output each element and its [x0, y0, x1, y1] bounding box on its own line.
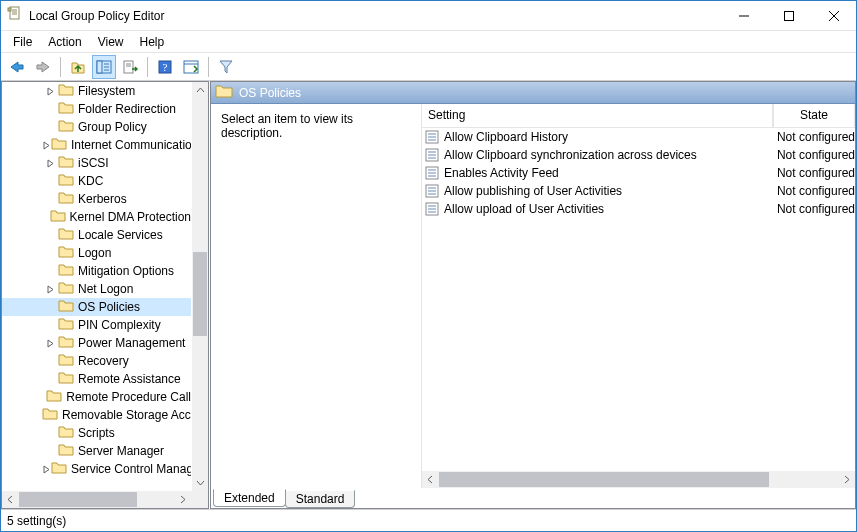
titlebar[interactable]: Local Group Policy Editor — [1, 1, 856, 31]
tree-item-label: Scripts — [78, 426, 115, 440]
window-title: Local Group Policy Editor — [29, 9, 164, 23]
scroll-left-button[interactable] — [422, 471, 439, 488]
chevron-right-icon[interactable] — [42, 339, 58, 348]
description-prompt: Select an item to view its description. — [221, 112, 353, 140]
svg-rect-4 — [8, 8, 11, 11]
folder-icon — [58, 227, 74, 243]
tree-item[interactable]: Filesystem — [2, 82, 191, 100]
tree-item[interactable]: Kernel DMA Protection — [2, 208, 191, 226]
list-row[interactable]: Enables Activity FeedNot configured — [422, 164, 855, 182]
list-row[interactable]: Allow publishing of User ActivitiesNot c… — [422, 182, 855, 200]
tree-item-label: Kerberos — [78, 192, 127, 206]
setting-name: Allow upload of User Activities — [444, 202, 604, 216]
scroll-up-button[interactable] — [192, 82, 208, 99]
policy-setting-icon — [424, 129, 440, 145]
folder-icon — [58, 245, 74, 261]
up-level-button[interactable] — [66, 55, 90, 79]
tree-item-label: Mitigation Options — [78, 264, 174, 278]
column-header-setting[interactable]: Setting — [422, 104, 773, 127]
chevron-right-icon[interactable] — [42, 87, 58, 96]
help-button[interactable]: ? — [153, 55, 177, 79]
filter-button[interactable] — [214, 55, 238, 79]
tree-item[interactable]: Logon — [2, 244, 191, 262]
tree-item[interactable]: Kerberos — [2, 190, 191, 208]
tree-item[interactable]: Service Control Manager Settings — [2, 460, 191, 478]
description-area: Select an item to view its description. — [211, 104, 421, 488]
tab-extended[interactable]: Extended — [213, 489, 286, 507]
scroll-down-button[interactable] — [192, 474, 208, 491]
scroll-left-button[interactable] — [2, 491, 19, 508]
menu-action[interactable]: Action — [40, 33, 89, 51]
tree-item[interactable]: Folder Redirection — [2, 100, 191, 118]
tree-item[interactable]: Power Management — [2, 334, 191, 352]
folder-icon — [58, 155, 74, 171]
tree-item[interactable]: OS Policies — [2, 298, 191, 316]
export-list-button[interactable] — [118, 55, 142, 79]
details-pane: OS Policies Select an item to view its d… — [210, 81, 856, 509]
tree-item-label: Logon — [78, 246, 111, 260]
folder-icon — [58, 173, 74, 189]
show-hide-tree-button[interactable] — [92, 55, 116, 79]
menu-view[interactable]: View — [90, 33, 132, 51]
folder-icon — [58, 353, 74, 369]
scrollbar-thumb[interactable] — [439, 472, 769, 487]
properties-button[interactable] — [179, 55, 203, 79]
list-row[interactable]: Allow upload of User ActivitiesNot confi… — [422, 200, 855, 218]
tab-standard[interactable]: Standard — [285, 490, 356, 508]
folder-icon — [58, 263, 74, 279]
scroll-right-button[interactable] — [838, 471, 855, 488]
tree-item[interactable]: Internet Communication Management — [2, 136, 191, 154]
minimize-button[interactable] — [721, 1, 766, 30]
scrollbar-thumb[interactable] — [19, 492, 137, 507]
forward-button[interactable] — [31, 55, 55, 79]
toolbar-separator — [147, 57, 148, 77]
tree-item[interactable]: Net Logon — [2, 280, 191, 298]
tree-item[interactable]: PIN Complexity — [2, 316, 191, 334]
tree-item-label: KDC — [78, 174, 103, 188]
back-button[interactable] — [5, 55, 29, 79]
list-row[interactable]: Allow Clipboard synchronization across d… — [422, 146, 855, 164]
tree-horizontal-scrollbar[interactable] — [2, 491, 191, 508]
tree-item[interactable]: Server Manager — [2, 442, 191, 460]
tree-item[interactable]: Removable Storage Access — [2, 406, 191, 424]
svg-rect-6 — [784, 11, 793, 20]
folder-icon — [51, 137, 67, 153]
close-button[interactable] — [811, 1, 856, 30]
tree-item[interactable]: Remote Assistance — [2, 370, 191, 388]
tree-item[interactable]: Scripts — [2, 424, 191, 442]
tree-item[interactable]: Remote Procedure Call — [2, 388, 191, 406]
tree-item[interactable]: KDC — [2, 172, 191, 190]
column-header-state[interactable]: State — [773, 104, 855, 127]
tree-item[interactable]: Locale Services — [2, 226, 191, 244]
setting-state: Not configured — [771, 184, 855, 198]
menu-file[interactable]: File — [5, 33, 40, 51]
svg-rect-10 — [97, 61, 102, 73]
folder-icon — [58, 299, 74, 315]
maximize-button[interactable] — [766, 1, 811, 30]
tree-item[interactable]: Mitigation Options — [2, 262, 191, 280]
chevron-right-icon[interactable] — [42, 141, 51, 150]
tree-item[interactable]: Recovery — [2, 352, 191, 370]
statusbar: 5 setting(s) — [1, 509, 856, 531]
chevron-right-icon[interactable] — [42, 285, 58, 294]
tree[interactable]: FilesystemFolder RedirectionGroup Policy… — [2, 82, 191, 478]
scroll-right-button[interactable] — [174, 491, 191, 508]
chevron-right-icon[interactable] — [42, 465, 51, 474]
chevron-right-icon[interactable] — [42, 159, 58, 168]
tabs: Extended Standard — [211, 488, 855, 508]
tree-item-label: Net Logon — [78, 282, 133, 296]
tree-item[interactable]: Group Policy — [2, 118, 191, 136]
tree-item-label: Internet Communication Management — [71, 138, 191, 152]
menu-help[interactable]: Help — [132, 33, 173, 51]
folder-icon — [58, 101, 74, 117]
list-rows[interactable]: Allow Clipboard HistoryNot configuredAll… — [422, 128, 855, 471]
tree-item-label: Locale Services — [78, 228, 163, 242]
tree-item[interactable]: iSCSI — [2, 154, 191, 172]
policy-setting-icon — [424, 147, 440, 163]
tree-item-label: Power Management — [78, 336, 185, 350]
list-row[interactable]: Allow Clipboard HistoryNot configured — [422, 128, 855, 146]
scrollbar-thumb[interactable] — [193, 252, 207, 336]
details-body: Select an item to view its description. … — [211, 104, 855, 488]
list-horizontal-scrollbar[interactable] — [422, 471, 855, 488]
tree-vertical-scrollbar[interactable] — [191, 82, 208, 491]
